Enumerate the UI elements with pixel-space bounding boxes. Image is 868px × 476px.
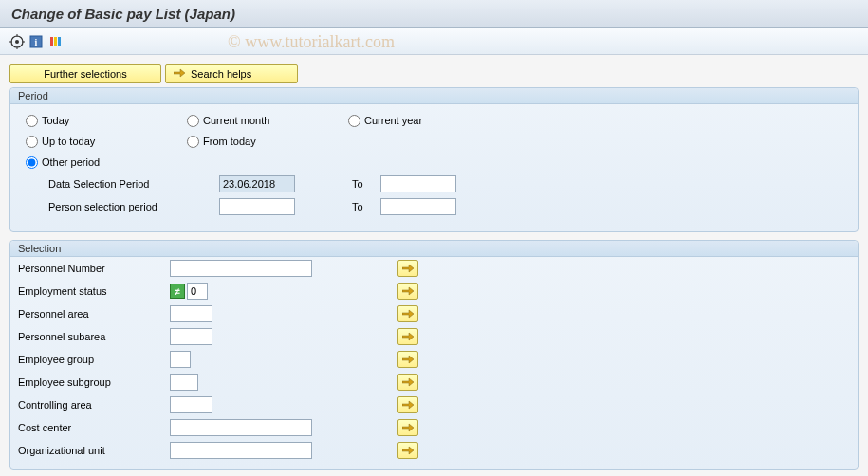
search-helps-button[interactable]: Search helps	[165, 64, 298, 83]
selection-input[interactable]	[170, 396, 212, 413]
multiple-selection-button[interactable]	[397, 283, 418, 300]
selection-row: Personnel Number	[10, 257, 858, 280]
radio-label: Current month	[203, 115, 269, 126]
selection-row: Personnel subarea	[10, 325, 858, 348]
selection-input[interactable]	[170, 374, 198, 391]
execute-icon[interactable]	[9, 34, 25, 49]
period-current-month-radio[interactable]: Current month	[187, 115, 348, 127]
selection-input[interactable]	[170, 305, 212, 322]
selection-input[interactable]	[170, 260, 312, 277]
multiple-selection-button[interactable]	[397, 260, 418, 277]
page-title: Change of Basic pay List (Japan)	[0, 0, 868, 28]
svg-point-1	[15, 40, 19, 44]
period-current-year-radio[interactable]: Current year	[348, 115, 509, 127]
variant-icon[interactable]	[47, 34, 63, 49]
selection-label: Employee subgroup	[18, 376, 170, 388]
multiple-selection-button[interactable]	[397, 442, 418, 459]
period-other-radio[interactable]: Other period	[26, 156, 187, 169]
to-label: To	[352, 178, 380, 190]
period-group-title: Period	[10, 88, 858, 104]
selection-label: Employee group	[18, 354, 170, 365]
further-selections-button[interactable]: Further selections	[9, 64, 161, 83]
selection-input[interactable]	[170, 351, 191, 368]
toolbar: i	[0, 28, 868, 55]
svg-rect-10	[58, 37, 61, 46]
selection-row: Personnel area	[10, 302, 858, 325]
selection-row: Organizational unit	[10, 439, 858, 462]
selection-row: Cost center	[10, 416, 858, 439]
selection-label: Controlling area	[18, 399, 170, 411]
period-up-to-today-radio[interactable]: Up to today	[26, 136, 187, 148]
selection-label: Organizational unit	[18, 445, 170, 456]
selection-input[interactable]	[170, 442, 312, 459]
person-selection-from-input[interactable]	[219, 198, 295, 215]
data-selection-to-input[interactable]	[380, 175, 456, 192]
selection-row: Employment status≠	[10, 280, 858, 302]
selection-label: Personnel Number	[18, 263, 170, 274]
svg-rect-8	[50, 37, 53, 46]
to-label: To	[352, 201, 380, 212]
period-from-today-radio[interactable]: From today	[187, 136, 348, 148]
radio-label: Other period	[42, 156, 100, 168]
selection-label: Personnel subarea	[18, 331, 170, 342]
data-selection-label: Data Selection Period	[48, 178, 219, 190]
radio-label: Up to today	[42, 136, 95, 147]
search-helps-label: Search helps	[191, 68, 251, 80]
multiple-selection-button[interactable]	[397, 419, 418, 436]
selection-group: Selection Personnel NumberEmployment sta…	[9, 240, 859, 470]
selection-input[interactable]	[170, 419, 312, 436]
selection-label: Personnel area	[18, 308, 170, 320]
arrow-right-icon	[174, 68, 185, 80]
selection-row: Employee group	[10, 348, 858, 371]
svg-text:i: i	[35, 37, 38, 47]
period-today-radio[interactable]: Today	[26, 115, 187, 127]
selection-row: Controlling area	[10, 394, 858, 416]
radio-label: From today	[203, 136, 256, 147]
selection-input[interactable]	[187, 283, 208, 300]
multiple-selection-button[interactable]	[397, 396, 418, 413]
selection-input[interactable]	[170, 328, 212, 345]
radio-label: Current year	[364, 115, 422, 126]
selection-label: Cost center	[18, 422, 170, 433]
selection-group-title: Selection	[10, 241, 858, 257]
not-equal-icon[interactable]: ≠	[170, 284, 185, 299]
selection-row: Employee subgroup	[10, 371, 858, 394]
radio-label: Today	[42, 115, 69, 126]
data-selection-from-input[interactable]	[219, 175, 295, 192]
person-selection-to-input[interactable]	[380, 198, 456, 215]
multiple-selection-button[interactable]	[397, 328, 418, 345]
multiple-selection-button[interactable]	[397, 351, 418, 368]
person-selection-label: Person selection period	[48, 201, 219, 212]
info-icon[interactable]: i	[28, 34, 44, 49]
multiple-selection-button[interactable]	[397, 374, 418, 391]
period-group: Period Today Current month Current year …	[9, 87, 859, 232]
svg-rect-9	[54, 37, 57, 46]
multiple-selection-button[interactable]	[397, 305, 418, 322]
selection-label: Employment status	[18, 285, 170, 297]
